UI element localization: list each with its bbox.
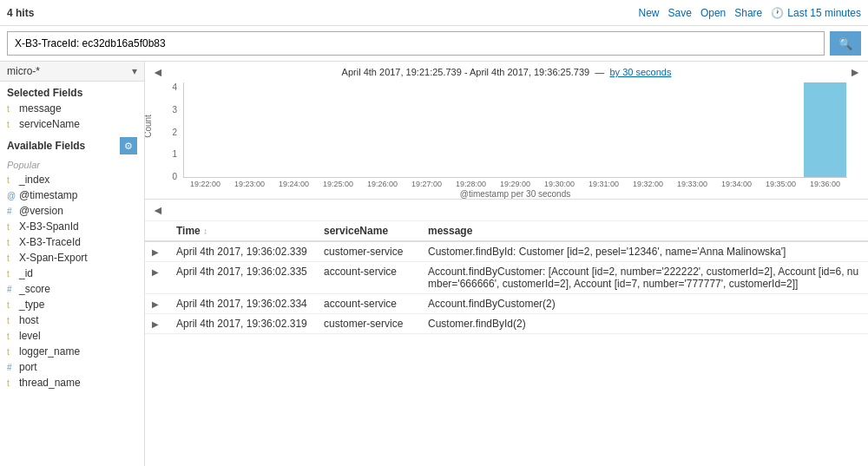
field-type-icon: t [7, 104, 16, 114]
y-label-0: 0 [172, 172, 177, 181]
x-label-1: 19:23:00 [227, 180, 272, 188]
service-header[interactable]: serviceName [317, 221, 421, 241]
popular-field-@version[interactable]: #@version [0, 203, 144, 219]
field-name: X-B3-TraceId [19, 236, 81, 248]
save-button[interactable]: Save [668, 7, 692, 19]
index-selector[interactable]: micro-* ▾ [0, 62, 144, 82]
x-label-12: 19:34:00 [714, 180, 759, 188]
popular-field-_score[interactable]: #_score [0, 281, 144, 297]
x-label-7: 19:29:00 [493, 180, 537, 188]
y-label-1: 1 [172, 149, 177, 159]
expand-col-header [145, 221, 169, 241]
clock-icon: 🕐 [771, 7, 784, 19]
main-layout: micro-* ▾ Selected Fields tmessagetservi… [0, 62, 868, 466]
popular-field-thread_name[interactable]: tthread_name [0, 375, 144, 391]
field-name: _index [19, 174, 49, 186]
popular-field-X-B3-SpanId[interactable]: tX-B3-SpanId [0, 219, 144, 234]
time-cell: April 4th 2017, 19:36:02.334 [169, 294, 317, 314]
field-name: @version [19, 205, 63, 217]
time-range-link[interactable]: by 30 seconds [609, 67, 671, 77]
selected-fields-title: Selected Fields [0, 82, 144, 101]
content-area: ◄ April 4th 2017, 19:21:25.739 - April 4… [145, 62, 868, 466]
popular-field-port[interactable]: #port [0, 359, 144, 375]
popular-field-X-Span-Export[interactable]: tX-Span-Export [0, 250, 144, 266]
popular-field-_index[interactable]: t_index [0, 172, 144, 187]
popular-field-_id[interactable]: t_id [0, 266, 144, 281]
popular-field-logger_name[interactable]: tlogger_name [0, 344, 144, 359]
field-name: port [19, 361, 37, 373]
popular-field-_type[interactable]: t_type [0, 297, 144, 312]
selected-field-serviceName[interactable]: tserviceName [0, 116, 144, 132]
expand-col: ▶ [145, 294, 169, 314]
sort-arrow-time: ↕ [203, 226, 207, 236]
share-button[interactable]: Share [734, 7, 762, 19]
x-label-3: 19:25:00 [316, 180, 360, 188]
open-button[interactable]: Open [700, 7, 726, 19]
service-cell: customer-service [317, 314, 421, 334]
new-button[interactable]: New [639, 7, 660, 19]
selected-fields-list: tmessagetserviceName [0, 101, 144, 132]
searchbar: 🔍 [0, 26, 868, 62]
field-name: message [19, 102, 62, 115]
expand-button[interactable]: ▶ [152, 267, 159, 277]
popular-field-host[interactable]: thost [0, 312, 144, 328]
expand-button[interactable]: ▶ [152, 299, 159, 309]
y-axis-title: Count [145, 115, 153, 138]
x-label-14: 19:36:00 [803, 180, 847, 188]
service-cell: account-service [317, 262, 421, 294]
field-name: _score [19, 283, 50, 295]
field-name: level [19, 330, 41, 342]
message-header[interactable]: message [421, 221, 868, 241]
available-fields-title: Available Fields [7, 140, 85, 152]
x-label-0: 19:22:00 [183, 180, 227, 188]
x-label-11: 19:33:00 [670, 180, 714, 188]
field-type-icon: t [7, 253, 16, 263]
x-axis-title: @timestamp per 30 seconds [183, 189, 847, 199]
field-name: host [19, 314, 39, 326]
popular-field-level[interactable]: tlevel [0, 328, 144, 344]
results-nav: ◄ [145, 200, 868, 221]
y-label-4: 4 [172, 82, 177, 92]
field-name: X-B3-SpanId [19, 220, 79, 233]
field-type-icon: t [7, 222, 16, 232]
time-cell: April 4th 2017, 19:36:02.335 [169, 262, 317, 294]
expand-button[interactable]: ▶ [152, 319, 159, 329]
results-tbody: ▶ April 4th 2017, 19:36:02.339 customer-… [145, 241, 868, 334]
expand-button[interactable]: ▶ [152, 247, 159, 257]
index-name: micro-* [7, 65, 40, 77]
x-label-10: 19:32:00 [626, 180, 670, 188]
chart-nav-left[interactable]: ◄ [152, 65, 164, 79]
field-name: serviceName [19, 118, 80, 130]
search-input[interactable] [7, 31, 825, 56]
chart-nav-right[interactable]: ► [849, 65, 861, 79]
field-name: logger_name [19, 345, 80, 358]
gear-button[interactable]: ⚙ [120, 137, 137, 154]
chart-bars [184, 82, 847, 177]
message-cell: Account.findByCustomer: [Account [id=2, … [421, 262, 868, 294]
time-header[interactable]: Time ↕ [169, 221, 317, 241]
table-row: ▶ April 4th 2017, 19:36:02.334 account-s… [145, 294, 868, 314]
table-row: ▶ April 4th 2017, 19:36:02.339 customer-… [145, 241, 868, 262]
field-type-icon: t [7, 300, 16, 310]
selected-field-message[interactable]: tmessage [0, 101, 144, 116]
popular-field-@timestamp[interactable]: @@timestamp [0, 187, 144, 203]
chart-bar-14[interactable] [804, 82, 846, 177]
y-label-3: 3 [172, 105, 177, 115]
x-label-13: 19:35:00 [759, 180, 803, 188]
popular-label: Popular [0, 156, 144, 172]
service-cell: account-service [317, 294, 421, 314]
message-cell: Account.findByCustomer(2) [421, 294, 868, 314]
field-type-icon: # [7, 285, 16, 294]
chart-time-range: April 4th 2017, 19:21:25.739 - April 4th… [342, 67, 672, 77]
time-range-label: Last 15 minutes [787, 7, 861, 19]
search-button[interactable]: 🔍 [830, 31, 861, 56]
x-label-8: 19:30:00 [537, 180, 582, 188]
sidebar: micro-* ▾ Selected Fields tmessagetservi… [0, 62, 145, 466]
results-nav-left[interactable]: ◄ [152, 203, 164, 217]
chart-inner [183, 82, 847, 178]
popular-field-X-B3-TraceId[interactable]: tX-B3-TraceId [0, 234, 144, 250]
x-label-6: 19:28:00 [449, 180, 493, 188]
time-range-selector[interactable]: 🕐 Last 15 minutes [771, 7, 861, 19]
time-cell: April 4th 2017, 19:36:02.339 [169, 241, 317, 262]
x-label-4: 19:26:00 [360, 180, 404, 188]
